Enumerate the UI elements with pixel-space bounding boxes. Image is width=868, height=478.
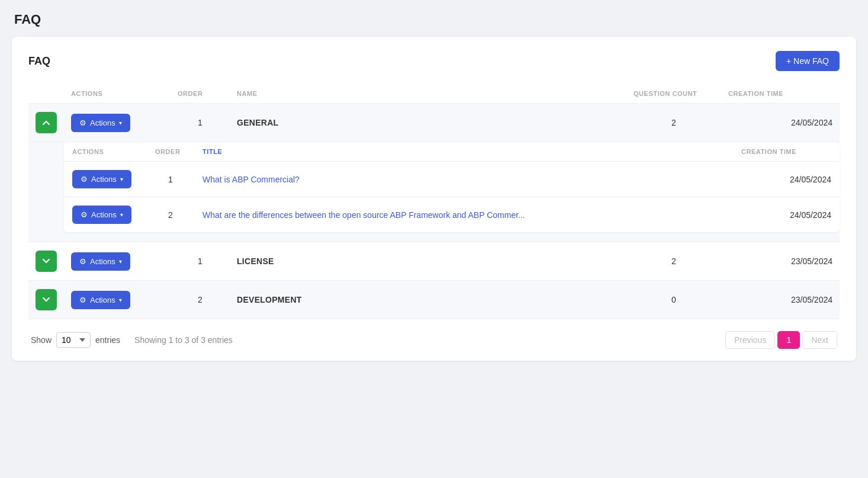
col-name-header: NAME	[230, 85, 626, 104]
expand-cell-2	[28, 242, 64, 281]
gear-icon: ⚙	[81, 175, 88, 184]
caret-icon: ▾	[120, 176, 123, 182]
name-value-1: GENERAL	[237, 118, 278, 127]
sub-actions-cell-1-1: ⚙ Actions ▾	[64, 162, 147, 197]
actions-button-3[interactable]: ⚙ Actions ▾	[71, 291, 130, 309]
col-actions-header: ACTIONS	[64, 85, 171, 104]
sub-title-link-1-2[interactable]: What are the differences between the ope…	[202, 210, 525, 220]
gear-icon: ⚙	[79, 118, 86, 127]
expand-button-2[interactable]	[36, 251, 57, 272]
col-expand-header	[28, 85, 64, 104]
sub-table-wrapper-1: ACTIONS ORDER TITLE CREATION TIME	[64, 142, 840, 242]
sub-title-cell-1-1: What is ABP Commercial?	[194, 162, 733, 197]
sub-table-header-1: ACTIONS ORDER TITLE CREATION TIME	[64, 142, 840, 162]
order-cell-1: 1	[171, 104, 230, 142]
creation-time-cell-1: 24/05/2024	[721, 104, 840, 142]
previous-button[interactable]: Previous	[725, 331, 775, 349]
sub-title-cell-1-2: What are the differences between the ope…	[194, 197, 733, 233]
sub-creation-cell-1-2: 24/05/2024	[733, 197, 840, 233]
sub-table-cell-1: ACTIONS ORDER TITLE CREATION TIME	[28, 142, 840, 242]
creation-time-cell-2: 23/05/2024	[721, 242, 840, 281]
order-cell-3: 2	[171, 281, 230, 319]
sub-actions-button-1-1[interactable]: ⚙ Actions ▾	[72, 170, 131, 188]
caret-icon: ▾	[119, 120, 122, 126]
name-value-2: LICENSE	[237, 256, 274, 266]
actions-cell-1: ⚙ Actions ▾	[64, 104, 171, 142]
caret-icon: ▾	[119, 297, 122, 303]
card-header: FAQ + New FAQ	[28, 51, 840, 71]
sub-col-title-header: TITLE	[194, 142, 733, 162]
question-count-cell-2: 2	[626, 242, 721, 281]
actions-label-2: Actions	[90, 257, 115, 266]
expand-button-1[interactable]	[36, 112, 57, 133]
sub-col-order-header: ORDER	[147, 142, 194, 162]
pagination-right: Previous 1 Next	[725, 331, 837, 349]
sub-table-1: ACTIONS ORDER TITLE CREATION TIME	[64, 142, 840, 232]
caret-icon: ▾	[120, 211, 123, 218]
sub-table-body-1: ⚙ Actions ▾ 1 What is ABP Commercial?	[64, 162, 840, 233]
table-row: ⚙ Actions ▾ 2 DEVELOPMENT 0 23/05/2024	[28, 281, 840, 319]
main-card: FAQ + New FAQ ACTIONS ORDER NAME QUESTIO…	[12, 37, 856, 361]
caret-icon: ▾	[119, 258, 122, 265]
chevron-down-icon	[43, 297, 50, 302]
pagination-left: Show 10 25 50 100 entries Showing 1 to 3…	[31, 332, 233, 348]
expand-cell-1	[28, 104, 64, 142]
table-row: ⚙ Actions ▾ 1 LICENSE 2 23/05/2024	[28, 242, 840, 281]
sub-table-row: ⚙ Actions ▾ 2 What are the differences b…	[64, 197, 840, 233]
pagination-bar: Show 10 25 50 100 entries Showing 1 to 3…	[28, 331, 840, 349]
sub-actions-label-1-2: Actions	[91, 210, 117, 219]
sub-table-row-1: ACTIONS ORDER TITLE CREATION TIME	[28, 142, 840, 242]
pagination-info: Showing 1 to 3 of 3 entries	[134, 335, 233, 345]
entries-label: entries	[95, 335, 120, 345]
gear-icon: ⚙	[79, 257, 86, 266]
chevron-down-icon	[43, 259, 50, 264]
name-cell-1: GENERAL	[230, 104, 626, 142]
actions-button-2[interactable]: ⚙ Actions ▾	[71, 252, 130, 271]
actions-button-1[interactable]: ⚙ Actions ▾	[71, 114, 130, 132]
name-cell-3: DEVELOPMENT	[230, 281, 626, 319]
gear-icon: ⚙	[79, 296, 86, 304]
sub-actions-button-1-2[interactable]: ⚙ Actions ▾	[72, 206, 131, 224]
name-value-3: DEVELOPMENT	[237, 295, 302, 304]
actions-label-1: Actions	[90, 118, 115, 127]
expand-button-3[interactable]	[36, 289, 57, 310]
question-count-cell-3: 0	[626, 281, 721, 319]
question-count-cell-1: 2	[626, 104, 721, 142]
order-cell-2: 1	[171, 242, 230, 281]
main-table-header: ACTIONS ORDER NAME QUESTION COUNT CREATI…	[28, 85, 840, 104]
main-table: ACTIONS ORDER NAME QUESTION COUNT CREATI…	[28, 85, 840, 319]
new-faq-button[interactable]: + New FAQ	[776, 51, 840, 71]
sub-order-cell-1-2: 2	[147, 197, 194, 233]
gear-icon: ⚙	[81, 210, 88, 219]
expand-cell-3	[28, 281, 64, 319]
col-creation-time-header: CREATION TIME	[721, 85, 840, 104]
sub-actions-label-1-1: Actions	[91, 175, 117, 184]
actions-cell-3: ⚙ Actions ▾	[64, 281, 171, 319]
page-title: FAQ	[12, 12, 856, 27]
table-row: ⚙ Actions ▾ 1 GENERAL 2 24/05/2024	[28, 104, 840, 142]
show-select[interactable]: 10 25 50 100	[56, 332, 91, 348]
sub-creation-cell-1-1: 24/05/2024	[733, 162, 840, 197]
show-label: Show	[31, 335, 52, 345]
sub-order-cell-1-1: 1	[147, 162, 194, 197]
card-title: FAQ	[28, 55, 50, 68]
page-1-button[interactable]: 1	[777, 331, 800, 349]
actions-label-3: Actions	[90, 296, 115, 304]
creation-time-cell-3: 23/05/2024	[721, 281, 840, 319]
sub-actions-cell-1-2: ⚙ Actions ▾	[64, 197, 147, 233]
col-question-count-header: QUESTION COUNT	[626, 85, 721, 104]
sub-col-creation-header: CREATION TIME	[733, 142, 840, 162]
next-button[interactable]: Next	[802, 331, 837, 349]
name-cell-2: LICENSE	[230, 242, 626, 281]
sub-col-actions-header: ACTIONS	[64, 142, 147, 162]
actions-cell-2: ⚙ Actions ▾	[64, 242, 171, 281]
sub-title-link-1-1[interactable]: What is ABP Commercial?	[202, 175, 300, 184]
col-order-header: ORDER	[171, 85, 230, 104]
main-table-body: ⚙ Actions ▾ 1 GENERAL 2 24/05/2024	[28, 104, 840, 319]
sub-table-row: ⚙ Actions ▾ 1 What is ABP Commercial?	[64, 162, 840, 197]
chevron-up-icon	[43, 120, 50, 125]
